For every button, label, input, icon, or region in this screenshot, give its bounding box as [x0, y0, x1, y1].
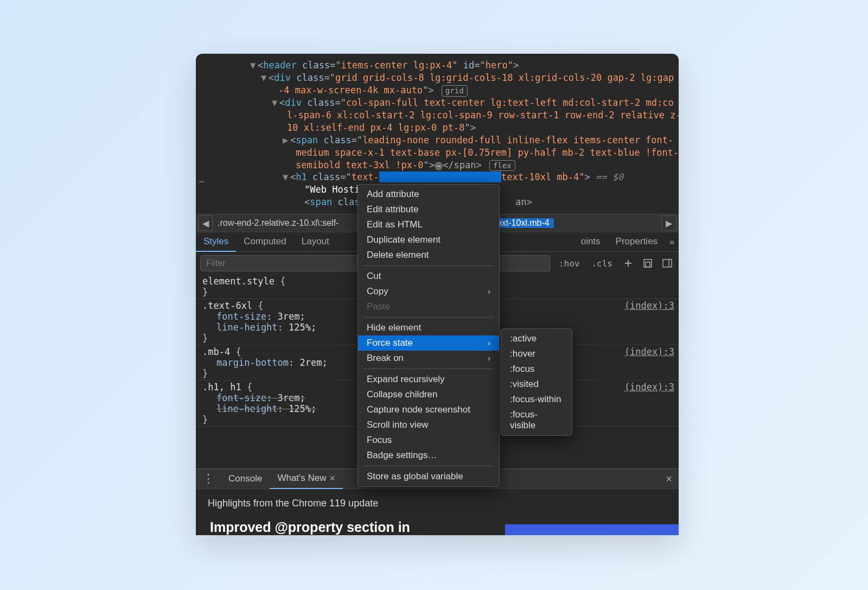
drawer-menu-icon[interactable]: ⋮ [196, 472, 221, 486]
grid-badge[interactable]: grid [442, 85, 468, 97]
devtools-window: ⋯ ▼<header class="items-center lg:px-4" … [196, 54, 679, 535]
toggle-sidebar-icon[interactable] [660, 256, 674, 270]
menu-store-var[interactable]: Store as global variable [358, 469, 499, 484]
source-link[interactable]: (index):3 [624, 382, 674, 392]
submenu-focus-within[interactable]: :focus-within [501, 392, 572, 407]
menu-separator [363, 265, 494, 266]
menu-expand[interactable]: Expand recursively [358, 372, 499, 387]
tab-breakpoints[interactable]: oints [573, 232, 608, 252]
svg-rect-0 [644, 259, 652, 267]
svg-rect-1 [646, 262, 650, 267]
new-style-rule-icon[interactable] [621, 256, 635, 270]
menu-paste: Paste [358, 299, 499, 314]
tab-whatsnew[interactable]: What's New× [270, 468, 343, 489]
menu-separator [363, 317, 494, 318]
dom-node-header[interactable]: ▼<header class="items-center lg:px-4" id… [196, 59, 679, 72]
menu-break-on[interactable]: Break on› [358, 351, 499, 366]
menu-screenshot[interactable]: Capture node screenshot [358, 402, 499, 417]
menu-hide[interactable]: Hide element [358, 320, 499, 335]
whatsnew-article-title: Improved @property section in [210, 519, 410, 535]
hov-button[interactable]: :hov [556, 258, 583, 269]
gutter-ellipsis: ⋯ [199, 176, 206, 188]
submenu-active[interactable]: :active [501, 331, 572, 346]
menu-force-state[interactable]: Force state› [358, 335, 499, 351]
dom-node-div2[interactable]: ▼<div class="col-span-full text-center l… [196, 97, 679, 109]
tab-styles[interactable]: Styles [196, 232, 236, 252]
menu-delete[interactable]: Delete element [358, 248, 499, 263]
dom-node-div[interactable]: ▼<div class="grid grid-cols-8 lg:grid-co… [196, 72, 679, 84]
menu-edit-attribute[interactable]: Edit attribute [358, 202, 499, 217]
dom-node-div-cont[interactable]: -4 max-w-screen-4k mx-auto"> grid [196, 84, 679, 97]
submenu-visited[interactable]: :visited [501, 377, 572, 392]
close-tab-icon[interactable]: × [330, 473, 336, 484]
menu-badge[interactable]: Badge settings… [358, 448, 499, 463]
force-state-submenu: :active :hover :focus :visited :focus-wi… [501, 328, 572, 436]
menu-focus[interactable]: Focus [358, 433, 499, 448]
tab-computed[interactable]: Computed [236, 232, 293, 252]
menu-duplicate[interactable]: Duplicate element [358, 232, 499, 248]
chevron-right-icon: › [488, 354, 490, 363]
menu-separator [363, 466, 494, 466]
whatsnew-heading: Highlights from the Chrome 119 update [208, 498, 378, 509]
breadcrumb-left-arrow[interactable]: ◀ [198, 215, 213, 231]
source-link[interactable]: (index):3 [624, 300, 674, 311]
ellipsis-badge[interactable]: ⋯ [435, 162, 443, 170]
menu-copy[interactable]: Copy› [358, 284, 499, 299]
chevron-right-icon: › [488, 287, 490, 296]
dom-node-h1[interactable]: ▼<h1 class="text- text-10xl mb-4"> == $0 [196, 171, 679, 183]
menu-edit-html[interactable]: Edit as HTML [358, 217, 499, 232]
tab-properties[interactable]: Properties [608, 232, 665, 252]
svg-rect-2 [663, 259, 672, 267]
submenu-focus-visible[interactable]: :focus-visible [501, 407, 572, 433]
submenu-focus[interactable]: :focus [501, 361, 572, 377]
source-link[interactable]: (index):3 [624, 346, 674, 357]
tab-console[interactable]: Console [221, 468, 270, 489]
submenu-hover[interactable]: :hover [501, 346, 572, 361]
article-thumbnail [505, 524, 679, 535]
menu-scroll[interactable]: Scroll into view [358, 417, 499, 433]
menu-cut[interactable]: Cut [358, 269, 499, 284]
cls-button[interactable]: .cls [588, 258, 616, 269]
dom-node-span[interactable]: ▶<span class="leading-none rounded-full … [196, 134, 679, 147]
computed-styles-icon[interactable] [641, 256, 655, 270]
context-menu: Add attribute Edit attribute Edit as HTM… [358, 184, 500, 487]
breadcrumb-right-arrow[interactable]: ▶ [661, 215, 676, 231]
close-drawer-icon[interactable]: × [666, 473, 672, 485]
more-tabs-icon[interactable]: » [665, 237, 679, 247]
menu-collapse[interactable]: Collapse children [358, 387, 499, 402]
chevron-right-icon: › [488, 339, 490, 347]
menu-separator [363, 369, 494, 369]
tab-layout[interactable]: Layout [294, 232, 337, 252]
flex-badge[interactable]: flex [489, 160, 515, 172]
menu-add-attribute[interactable]: Add attribute [358, 187, 499, 202]
